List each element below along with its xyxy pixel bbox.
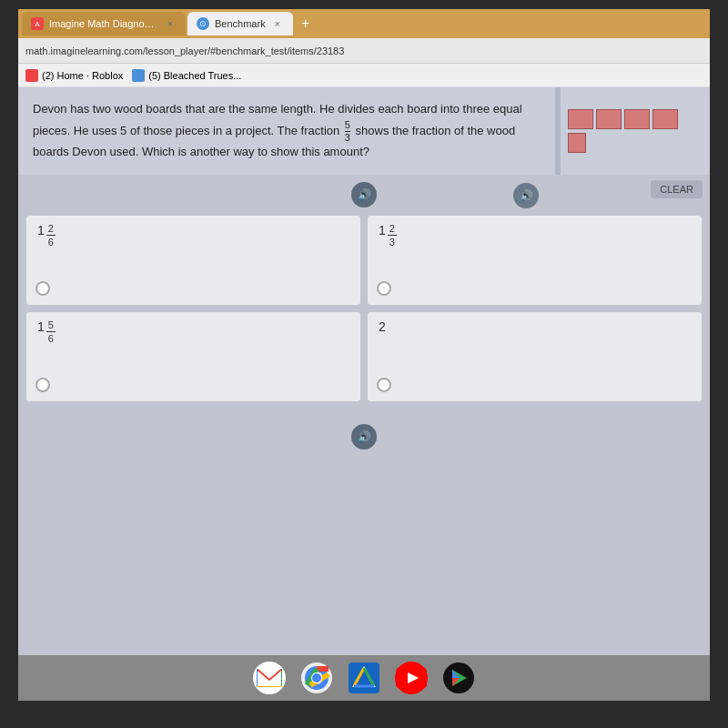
roblox-favicon	[25, 69, 38, 82]
tab2-label: Benchmark	[215, 18, 266, 29]
tab-benchmark[interactable]: ⊙ Benchmark ×	[187, 12, 293, 35]
screen: A Imagine Math Diagnostic 2019... × ⊙ Be…	[18, 9, 710, 701]
question-text: Devon has two wood boards that are the s…	[33, 100, 541, 162]
answer1-den: 6	[46, 236, 56, 248]
answer1-radio[interactable]	[35, 281, 50, 296]
main-content: 🔊 Devon has two wood boards that are the…	[18, 87, 710, 655]
audio-button-row2[interactable]: 🔊	[351, 424, 377, 450]
answer4-radio[interactable]	[377, 378, 391, 392]
taskbar	[18, 655, 710, 701]
taskbar-drive[interactable]	[348, 662, 380, 694]
bookmark-roblox-label: (2) Home · Roblox	[42, 70, 123, 81]
taskbar-play-store[interactable]	[442, 662, 475, 694]
monitor: A Imagine Math Diagnostic 2019... × ⊙ Be…	[0, 0, 728, 728]
answer3-fraction: 5 6	[46, 319, 56, 344]
audio-icon-row2: 🔊	[358, 430, 371, 443]
bleached-favicon	[132, 69, 145, 82]
answer4-whole: 2	[379, 319, 386, 334]
answer2-whole: 1	[379, 223, 386, 238]
answer3-den: 6	[46, 332, 56, 344]
address-text: math.imaginelearning.com/lesson_player/#…	[25, 46, 344, 56]
play-store-icon	[443, 662, 474, 693]
answer2-fraction: 2 3	[388, 223, 397, 248]
answer-row-1: 1 2 6 1 2	[25, 215, 703, 306]
question-fraction-denominator: 3	[345, 132, 350, 143]
question-fraction-numerator: 5	[345, 119, 350, 132]
bookmark-bleached-label: (5) Bleached Trues...	[148, 70, 241, 81]
svg-point-7	[312, 673, 321, 682]
fraction-bar-1	[568, 109, 593, 129]
answer-label-4: 2	[379, 319, 691, 334]
answer3-whole: 1	[37, 319, 45, 334]
question-fraction: 5 3	[345, 119, 350, 143]
bookmarks-bar: (2) Home · Roblox (5) Bleached Trues...	[18, 64, 710, 87]
imagine-math-icon: A	[31, 17, 44, 30]
clear-button[interactable]: CLEAR	[651, 180, 703, 198]
answer-row-2: 1 5 6 2	[25, 311, 703, 402]
answer-cell-2[interactable]: 1 2 3	[367, 215, 703, 306]
chrome-tabs-bar: A Imagine Math Diagnostic 2019... × ⊙ Be…	[18, 9, 710, 38]
bookmark-bleached[interactable]: (5) Bleached Trues...	[132, 69, 241, 82]
answer-label-1: 1 2 6	[37, 223, 349, 248]
fraction-bar-2	[596, 109, 622, 129]
new-tab-button[interactable]: +	[295, 13, 317, 35]
tab-imagine-math[interactable]: A Imagine Math Diagnostic 2019... ×	[22, 12, 186, 35]
answer-label-2: 1 2 3	[379, 223, 691, 248]
answer2-num: 2	[388, 223, 397, 236]
answer2-den: 3	[388, 236, 397, 248]
answer3-radio[interactable]	[35, 378, 50, 392]
bookmark-roblox[interactable]: (2) Home · Roblox	[25, 69, 123, 82]
youtube-icon	[396, 667, 427, 689]
answer1-fraction: 2 6	[46, 223, 56, 248]
address-bar[interactable]: math.imaginelearning.com/lesson_player/#…	[18, 38, 710, 64]
fraction-bars-area	[555, 87, 710, 175]
tab1-close[interactable]: ×	[164, 17, 177, 30]
taskbar-gmail[interactable]	[253, 662, 286, 694]
answer1-num: 2	[46, 223, 56, 236]
taskbar-chrome[interactable]	[300, 662, 333, 694]
audio-button-row1[interactable]: 🔊	[351, 182, 377, 207]
answer-cell-3[interactable]: 1 5 6	[25, 311, 361, 402]
drive-icon	[349, 662, 379, 693]
fraction-bar-3	[624, 109, 650, 129]
answer-label-3: 1 5 6	[37, 319, 349, 344]
chrome-icon	[301, 662, 332, 693]
answer3-num: 5	[46, 319, 56, 332]
question-section: 🔊 Devon has two wood boards that are the…	[18, 87, 710, 175]
taskbar-youtube[interactable]	[395, 662, 428, 694]
answer-cell-1[interactable]: 1 2 6	[25, 215, 361, 306]
tab1-label: Imagine Math Diagnostic 2019...	[49, 18, 158, 29]
answer1-whole: 1	[37, 223, 45, 238]
answer-section: CLEAR 🔊 1 2 6	[18, 175, 710, 655]
answer2-radio[interactable]	[377, 281, 391, 296]
gmail-icon	[257, 669, 282, 687]
audio-icon-top: 🔊	[520, 189, 533, 202]
tab2-close[interactable]: ×	[271, 17, 284, 30]
question-text-area: 🔊 Devon has two wood boards that are the…	[18, 87, 555, 175]
fraction-bar-5	[568, 133, 586, 153]
answer-cell-4[interactable]: 2	[367, 311, 703, 402]
audio-icon-row1: 🔊	[358, 188, 371, 201]
benchmark-icon: ⊙	[197, 17, 209, 30]
audio-button-top[interactable]: 🔊	[513, 183, 539, 208]
fraction-bar-4	[652, 109, 678, 129]
